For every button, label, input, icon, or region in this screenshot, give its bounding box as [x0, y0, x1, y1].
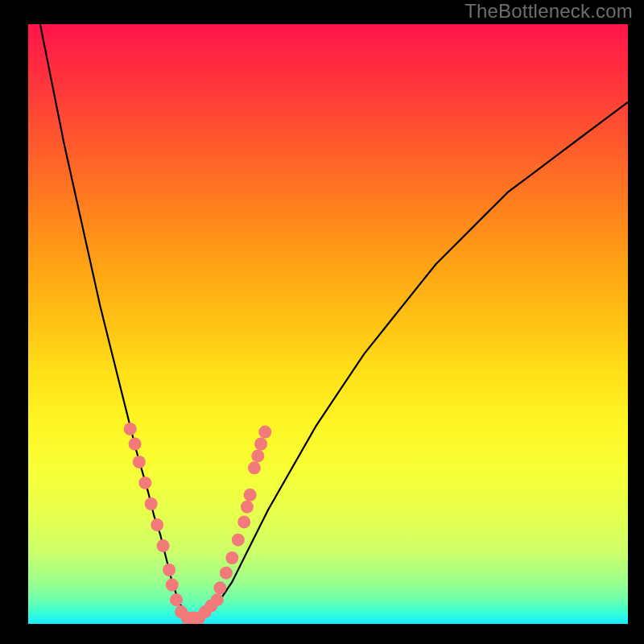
data-dot	[138, 477, 151, 489]
chart-frame: TheBottleneck.com	[0, 0, 644, 644]
data-points	[124, 423, 272, 624]
data-dot	[133, 456, 146, 469]
data-dot	[258, 426, 271, 439]
data-dot	[225, 551, 238, 564]
data-dot	[251, 449, 264, 462]
data-dot	[170, 593, 183, 606]
data-dot	[241, 501, 254, 514]
chart-overlay	[28, 24, 628, 624]
data-dot	[254, 438, 267, 451]
data-dot	[129, 438, 142, 451]
data-dot	[163, 564, 175, 576]
data-dot	[248, 461, 261, 474]
data-dot	[124, 423, 137, 436]
data-dot	[244, 489, 257, 502]
data-dot	[145, 497, 158, 510]
data-dot	[166, 579, 179, 592]
data-dot	[232, 534, 245, 547]
data-dot	[213, 581, 226, 594]
bottleneck-curve	[40, 24, 628, 618]
data-dot	[220, 567, 233, 580]
data-dot	[151, 518, 163, 531]
data-dot	[237, 515, 250, 528]
data-dot	[157, 539, 170, 552]
watermark-text: TheBottleneck.com	[464, 0, 633, 23]
data-dot	[211, 593, 224, 606]
